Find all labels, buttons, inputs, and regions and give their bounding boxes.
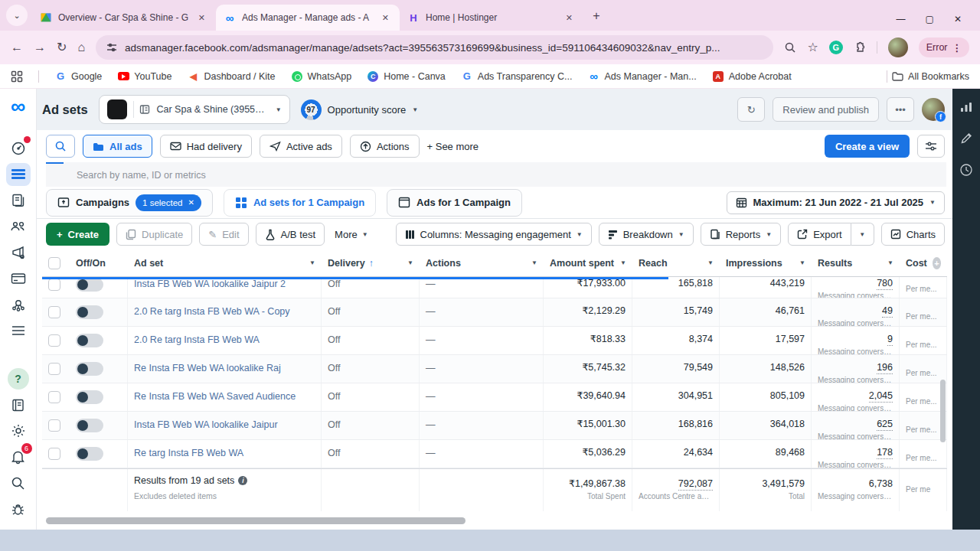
- forward-icon[interactable]: →: [34, 41, 46, 54]
- table-search-input[interactable]: Search by name, ID or metrics: [46, 162, 946, 187]
- review-publish-button[interactable]: Review and publish: [773, 97, 879, 122]
- maximize-button[interactable]: ▢: [926, 14, 934, 24]
- row-toggle-off[interactable]: [76, 390, 103, 404]
- col-actions[interactable]: Actions▼: [420, 249, 544, 276]
- notes-icon[interactable]: [6, 393, 31, 416]
- grammarly-icon[interactable]: G: [829, 41, 843, 54]
- table-row[interactable]: Insta FB Web WA lookalike JaipurOff—₹15,…: [42, 412, 947, 440]
- ads-megaphone-icon[interactable]: [6, 241, 31, 264]
- tab-ad-sets[interactable]: Ad sets for 1 Campaign: [224, 189, 376, 217]
- audiences-icon[interactable]: [6, 215, 31, 238]
- bookmark-item[interactable]: GGoogle: [54, 70, 102, 83]
- table-row[interactable]: Insta FB Web WA lookalike Jaipur 2Off—₹1…: [42, 277, 947, 298]
- browser-tab[interactable]: Overview - Car Spa & Shine - G✕: [32, 5, 216, 31]
- table-row[interactable]: 2.0 Re targ Insta FB Web WAOff—₹818.338,…: [42, 327, 947, 355]
- minimize-button[interactable]: —: [897, 14, 906, 24]
- bookmark-item[interactable]: GAds Transparency C...: [461, 70, 573, 83]
- back-icon[interactable]: ←: [11, 41, 23, 54]
- col-off-on[interactable]: Off/On: [70, 249, 128, 276]
- search-icon[interactable]: [6, 471, 31, 494]
- col-amount-spent[interactable]: Amount spent▼: [544, 249, 632, 276]
- site-settings-icon[interactable]: [106, 42, 117, 53]
- pages-icon[interactable]: [6, 189, 31, 212]
- bookmark-item[interactable]: YouTube: [117, 70, 172, 83]
- create-view-button[interactable]: Create a view: [825, 135, 910, 158]
- row-toggle-off[interactable]: [76, 278, 103, 292]
- filter-chip-had-delivery[interactable]: Had delivery: [160, 135, 252, 158]
- selected-filter-pill[interactable]: 1 selected ✕: [136, 194, 201, 211]
- tab-close-icon[interactable]: ✕: [379, 11, 392, 24]
- view-settings-icon[interactable]: [917, 135, 945, 158]
- bug-icon[interactable]: [6, 497, 31, 520]
- error-badge[interactable]: Error ⋮: [919, 37, 969, 57]
- ad-set-name-link[interactable]: Re Insta FB Web WA lookalike Raj: [134, 359, 315, 377]
- scrollbar-thumb[interactable]: [46, 517, 466, 524]
- ad-set-name-link[interactable]: Re targ Insta FB Web WA: [134, 444, 315, 462]
- tab-close-icon[interactable]: ✕: [563, 11, 576, 24]
- filter-search-button[interactable]: [46, 135, 75, 158]
- edit-button[interactable]: ✎ Edit: [199, 223, 248, 246]
- help-icon[interactable]: ?: [6, 367, 31, 390]
- results-value[interactable]: 2,045: [818, 387, 893, 404]
- total-reach-value[interactable]: 792,087: [639, 475, 713, 492]
- zoom-icon[interactable]: [784, 41, 796, 54]
- row-toggle-off[interactable]: [76, 305, 103, 319]
- results-value[interactable]: 9: [818, 331, 893, 347]
- row-toggle-off[interactable]: [76, 419, 103, 432]
- row-checkbox[interactable]: [48, 334, 60, 347]
- settings-gear-icon[interactable]: [6, 419, 31, 442]
- reload-icon[interactable]: ↻: [57, 41, 67, 54]
- close-button[interactable]: ✕: [954, 14, 962, 24]
- ad-set-name-link[interactable]: Re Insta FB Web WA Saved Audience: [134, 387, 315, 406]
- col-ad-set[interactable]: Ad set▼: [128, 249, 322, 276]
- row-toggle-off[interactable]: [76, 447, 103, 461]
- row-checkbox[interactable]: [48, 419, 60, 432]
- opportunity-score[interactable]: 97 Opportunity score ▼: [301, 99, 419, 120]
- bookmark-star-icon[interactable]: ☆: [807, 41, 818, 54]
- bookmark-item[interactable]: WhatsApp: [291, 70, 352, 83]
- ad-set-name-link[interactable]: 2.0 Re targ Insta FB Web WA - Copy: [134, 302, 315, 321]
- table-row[interactable]: Re targ Insta FB Web WAOff—₹5,036.2924,6…: [42, 440, 947, 468]
- date-range-selector[interactable]: Maximum: 21 Jun 2022 - 21 Jul 2025 ▼: [727, 191, 945, 214]
- ad-set-name-link[interactable]: Insta FB Web WA lookalike Jaipur 2: [134, 277, 315, 293]
- create-button[interactable]: +Create: [46, 223, 109, 246]
- account-selector[interactable]: Car Spa & Shine (39556357... ▼: [99, 95, 290, 124]
- more-menu-button[interactable]: More▼: [332, 229, 371, 240]
- more-options-button[interactable]: •••: [887, 97, 914, 122]
- bookmark-item[interactable]: ◀Dashboard / Kite: [187, 70, 275, 83]
- clock-icon[interactable]: [959, 163, 973, 177]
- results-value[interactable]: 196: [818, 359, 893, 376]
- all-tools-icon[interactable]: [6, 319, 31, 342]
- tab-campaigns[interactable]: Campaigns 1 selected ✕: [46, 189, 213, 217]
- billing-icon[interactable]: [6, 267, 31, 290]
- results-value[interactable]: 49: [818, 302, 893, 319]
- col-reach[interactable]: Reach▼: [632, 249, 720, 276]
- filter-chip-actions[interactable]: Actions: [350, 135, 420, 158]
- duplicate-button[interactable]: Duplicate: [116, 223, 192, 246]
- url-bar[interactable]: adsmanager.facebook.com/adsmanager/manag…: [96, 35, 773, 60]
- export-dropdown-button[interactable]: ▼: [851, 223, 874, 246]
- filter-chip-active-ads[interactable]: Active ads: [260, 135, 342, 158]
- bookmark-item[interactable]: ∞Ads Manager - Man...: [587, 70, 696, 83]
- row-checkbox[interactable]: [48, 391, 60, 403]
- campaigns-nav-icon[interactable]: [6, 163, 31, 186]
- add-column-button[interactable]: +: [933, 257, 941, 269]
- tab-close-icon[interactable]: ✕: [195, 11, 208, 24]
- col-results[interactable]: Results▼: [812, 249, 900, 276]
- events-share-icon[interactable]: [6, 293, 31, 316]
- table-row[interactable]: Re Insta FB Web WA Saved AudienceOff—₹39…: [42, 383, 947, 412]
- browser-tab[interactable]: ∞Ads Manager - Manage ads - A✕: [216, 5, 400, 31]
- pencil-icon[interactable]: [960, 132, 973, 145]
- table-row[interactable]: 2.0 Re targ Insta FB Web WA - CopyOff—₹2…: [42, 298, 947, 327]
- row-toggle-off[interactable]: [76, 362, 103, 376]
- row-checkbox[interactable]: [48, 306, 60, 318]
- col-cost[interactable]: Cost +: [900, 249, 947, 276]
- info-icon[interactable]: i: [238, 476, 247, 485]
- bell-icon[interactable]: 6: [6, 445, 31, 468]
- tab-ads[interactable]: Ads for 1 Campaign: [387, 189, 522, 217]
- horizontal-scrollbar[interactable]: [46, 517, 946, 527]
- charts-button[interactable]: Charts: [881, 223, 945, 246]
- refresh-button[interactable]: ↻: [737, 97, 765, 122]
- reports-button[interactable]: Reports▼: [701, 223, 781, 246]
- col-impressions[interactable]: Impressions▼: [720, 249, 812, 276]
